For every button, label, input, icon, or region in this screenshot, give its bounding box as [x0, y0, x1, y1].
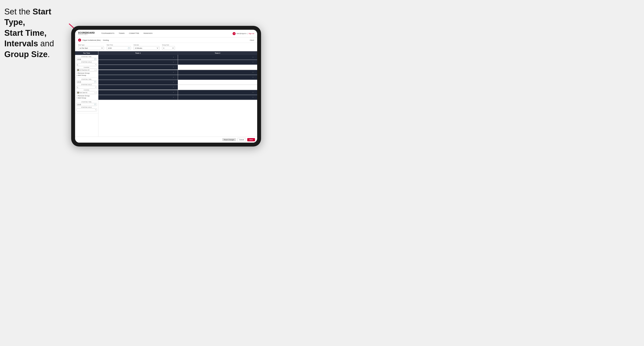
add-group-btn-2[interactable]: + Add Group	[76, 97, 97, 99]
cell-handle-t2g1r2: ⋮	[254, 61, 256, 63]
group3-row2: × ⋮ × ⋮	[98, 95, 257, 100]
course-dropdown-2[interactable]: ▾	[95, 92, 96, 94]
team2-group2-c2	[178, 85, 258, 90]
nav-tab-teams[interactable]: TEAMS	[116, 30, 127, 37]
start-time-input-wrapper: 🕐	[106, 46, 131, 50]
group2-row2: × ⋮ × ⋮	[98, 75, 257, 80]
remove-group-btn-2[interactable]: ○ Remove Group	[76, 95, 97, 97]
group2-course-row1: × ⋮	[98, 80, 257, 85]
circle-icon-1: ○	[76, 72, 78, 74]
starting-hole-select-1[interactable]: 1 ▾	[76, 63, 97, 66]
chevron-down-1: ▾	[95, 64, 96, 65]
player-cell-t2g1r1: × ⋮	[178, 55, 258, 60]
starting-time-input-1[interactable]: 10:00 🕐	[76, 58, 97, 61]
tee-group-2: STARTING TIME: 10:10 🕐 STARTING HOLE: 1 …	[75, 78, 98, 100]
tee-group-1: STARTING TIME: 10:00 🕐 STARTING HOLE: 1 …	[75, 55, 98, 78]
add-group-label-2: + Add Group	[76, 97, 86, 99]
nav-avatar: B	[232, 32, 236, 35]
player-cell-t2g3r1: × ⋮	[178, 90, 258, 95]
course-remove-1[interactable]: ×	[94, 69, 95, 71]
cell-remove-t1g2r2[interactable]: ×	[173, 76, 174, 78]
cell-remove-t1g3r2[interactable]: ×	[173, 96, 174, 98]
starting-time-input-3[interactable]: 10:20 🕐	[76, 103, 97, 106]
player-cell-t2g3r2: × ⋮	[178, 95, 258, 100]
cell-handle-t1g2c1: ⋮	[175, 81, 176, 83]
intervals-select[interactable]: 10 Minutes	[134, 46, 160, 50]
team2-group1-row2: × ⋮	[178, 60, 258, 65]
starting-hole-value-1: 1	[77, 64, 78, 65]
bold-intervals: Intervals	[4, 39, 38, 48]
left-panel: Tee Time STARTING TIME: 10:00 🕐 STARTING…	[75, 51, 98, 137]
team-group-2: × ⋮ × ⋮	[98, 70, 257, 90]
starting-time-input-2[interactable]: 10:10 🕐	[76, 80, 97, 83]
cell-handle-t1g2r1: ⋮	[175, 71, 176, 73]
cell-handle-t2g2r1: ⋮	[254, 71, 256, 73]
cell-remove-t1g1r2[interactable]: ×	[173, 61, 174, 63]
circle-icon-2: ○	[76, 95, 78, 97]
group1-course-row: × ⋮	[98, 65, 257, 70]
cell-remove-t1g3r1[interactable]: ×	[173, 91, 174, 93]
reset-changes-button[interactable]: Reset Changes	[222, 138, 236, 141]
team1-group1-course: × ⋮	[98, 65, 178, 70]
player-cell-t1g2r2: × ⋮	[98, 75, 178, 80]
cell-remove-t2g2r2[interactable]: ×	[252, 76, 254, 78]
add-group-btn-1[interactable]: + Add Group	[76, 74, 97, 76]
starting-hole-select-2[interactable]: 1 ▾	[76, 86, 97, 89]
remove-add-row-1: ○ Remove Group + Add Group	[76, 72, 97, 76]
player-cell-t1g2c2: × ⋮	[98, 85, 178, 90]
cancel-button[interactable]: Cancel	[237, 138, 246, 142]
team2-group2-row1: × ⋮	[178, 70, 258, 75]
cell-remove-t1g1c[interactable]: ×	[173, 66, 174, 68]
cell-remove-t1g1r1[interactable]: ×	[173, 56, 174, 58]
cell-remove-t2g2r1[interactable]: ×	[252, 71, 254, 73]
settings-bar: Start Type 1st Tee Start Start Time 🕐 In…	[75, 43, 257, 51]
group-size-select[interactable]: 3	[162, 46, 175, 50]
start-type-label: Start Type	[78, 44, 104, 46]
cell-remove-t2g3r1[interactable]: ×	[252, 91, 254, 93]
course-row-2: ⛳ East Lake GC × ▾	[76, 91, 97, 94]
course-name-2: East Lake GC	[80, 92, 94, 93]
starting-hole-label-3: STARTING HOLE:	[76, 107, 97, 108]
course-icon-2: ⛳	[77, 92, 79, 94]
nav-tab-rankings[interactable]: RANKINGS	[141, 30, 155, 37]
player-cell-t1g3r2: × ⋮	[98, 95, 178, 100]
cell-handle-t1g2r2: ⋮	[175, 76, 176, 78]
starting-time-value-2: 10:10	[77, 81, 81, 83]
save-button[interactable]: Save	[247, 138, 255, 141]
team1-group1-row2: × ⋮	[98, 60, 178, 65]
nav-bar: SCOREBOARD Powered by clipp.io TOURNAMEN…	[75, 30, 257, 37]
player-cell-t1g1course: × ⋮	[98, 65, 178, 70]
tee-group-3: STARTING TIME: 10:20 🕐 STARTING HOLE: ▾	[75, 100, 98, 113]
cell-remove-t1g2c2[interactable]: ×	[173, 86, 174, 88]
cell-remove-t2g1r1[interactable]: ×	[252, 56, 254, 58]
cell-remove-t2g1r2[interactable]: ×	[252, 61, 254, 63]
team1-group3-row1: × ⋮	[98, 90, 178, 95]
remove-group-label-2: Remove Group	[78, 95, 90, 97]
logo-sub: Powered by clipp.io	[78, 34, 95, 35]
back-button[interactable]: ‹ Back	[249, 39, 254, 41]
remove-group-btn-1[interactable]: ○ Remove Group	[76, 72, 97, 74]
team1-group3-row2: × ⋮	[98, 95, 178, 100]
cell-handle-t1g1r2: ⋮	[175, 61, 176, 63]
cell-remove-t1g2r1[interactable]: ×	[173, 71, 174, 73]
starting-time-label-1: STARTING TIME:	[76, 56, 97, 57]
nav-tab-committee[interactable]: COMMITTEE	[127, 30, 142, 37]
nav-email: blair@clippd.io	[236, 33, 246, 34]
empty-t2g2c2	[178, 85, 258, 90]
instructions-text: Set the Start Type, Start Time, Interval…	[4, 6, 73, 60]
sign-out-link[interactable]: Sign out	[248, 33, 254, 34]
team1-group2-row2: × ⋮	[98, 75, 178, 80]
nav-tab-tournaments[interactable]: TOURNAMENTS	[99, 30, 116, 37]
teams-header: Team 1 Team 2	[98, 51, 257, 55]
footer-bar: Reset Changes Cancel Save	[75, 137, 257, 143]
cell-remove-t2g3r2[interactable]: ×	[252, 96, 254, 98]
course-remove-2[interactable]: ×	[94, 92, 95, 94]
starting-hole-select-3[interactable]: ▾	[76, 108, 97, 111]
course-dropdown-1[interactable]: ▾	[95, 69, 96, 71]
cell-remove-t1g2c1[interactable]: ×	[173, 81, 174, 83]
breadcrumb-tournament[interactable]: Clippd Invitational (Mar)	[82, 39, 100, 41]
start-type-select[interactable]: 1st Tee Start	[78, 46, 104, 50]
player-cell-t2g1r2: × ⋮	[178, 60, 258, 65]
intervals-label: Intervals	[134, 44, 160, 46]
start-time-input[interactable]	[106, 46, 131, 50]
